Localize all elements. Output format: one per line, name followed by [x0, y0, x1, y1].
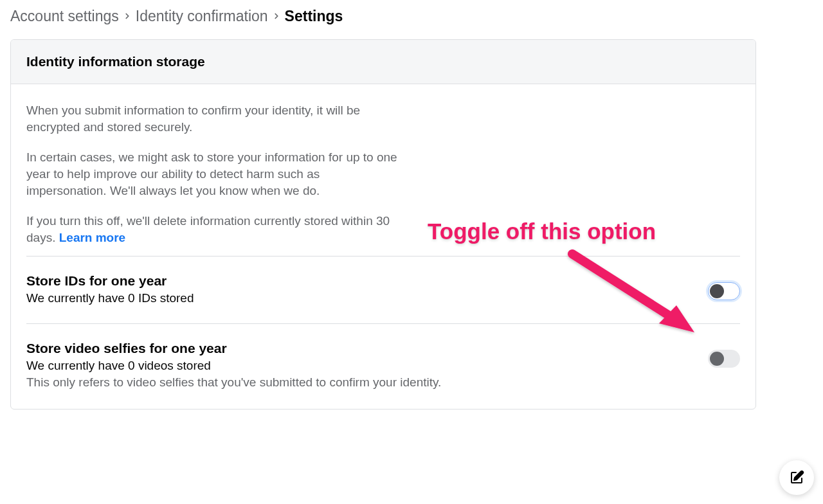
intro-paragraph-2: In certain cases, we might ask to store …: [26, 149, 399, 199]
store-ids-subtitle: We currently have 0 IDs stored: [26, 291, 692, 305]
breadcrumb-current: Settings: [285, 8, 343, 25]
card-body: When you submit information to confirm y…: [11, 84, 755, 409]
section-store-ids: Store IDs for one year We currently have…: [26, 264, 740, 316]
section-store-videos: Store video selfies for one year We curr…: [26, 332, 740, 397]
breadcrumb-account-settings[interactable]: Account settings: [10, 8, 119, 25]
card-header: Identity information storage: [11, 40, 755, 84]
intro-paragraph-3: If you turn this off, we'll delete infor…: [26, 213, 399, 246]
breadcrumb-identity-confirmation[interactable]: Identity confirmation: [136, 8, 268, 25]
compose-button[interactable]: [779, 460, 814, 495]
store-ids-toggle[interactable]: [708, 282, 740, 300]
learn-more-link[interactable]: Learn more: [59, 231, 125, 244]
chevron-right-icon: [122, 9, 133, 24]
annotation-text: Toggle off this option: [428, 219, 656, 244]
store-videos-toggle[interactable]: [708, 350, 740, 368]
store-videos-subtitle: We currently have 0 videos stored: [26, 359, 692, 373]
chevron-right-icon: [271, 9, 282, 24]
divider: [26, 256, 740, 256]
intro-paragraph-1: When you submit information to confirm y…: [26, 102, 399, 135]
breadcrumb: Account settings Identity confirmation S…: [10, 8, 813, 25]
divider: [26, 323, 740, 324]
compose-icon: [789, 470, 804, 485]
store-videos-title: Store video selfies for one year: [26, 341, 692, 356]
store-ids-title: Store IDs for one year: [26, 273, 692, 289]
toggle-knob: [710, 352, 724, 366]
toggle-knob: [710, 284, 724, 298]
store-videos-description: This only refers to video selfies that y…: [26, 375, 692, 390]
